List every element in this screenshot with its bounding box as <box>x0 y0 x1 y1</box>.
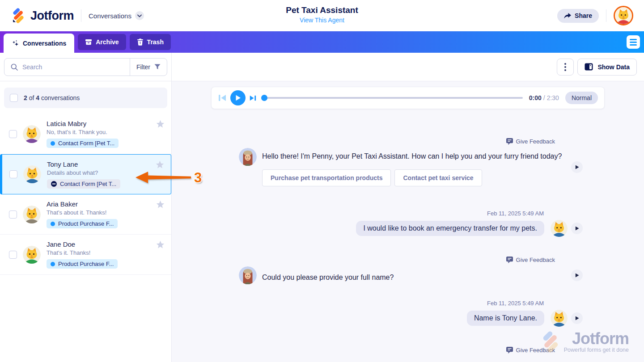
filter-button[interactable]: Filter <box>130 59 167 76</box>
share-button[interactable]: Share <box>557 9 599 23</box>
conversation-item-aria-baker[interactable]: Aria Baker That's about it. Thanks! Prod… <box>0 194 171 235</box>
sparkles-icon <box>12 39 19 47</box>
selection-summary: 2 of 4 conversations <box>4 88 167 108</box>
conversation-item-jane-doe[interactable]: Jane Doe That's it. Thanks! Product Purc… <box>0 235 171 275</box>
give-feedback-button[interactable]: Give Feedback <box>506 138 555 145</box>
conversation-name: Laticia Mabry <box>47 120 166 127</box>
selection-summary-text: 2 of 4 conversations <box>24 94 80 101</box>
user-chat-avatar <box>551 220 568 237</box>
conversation-form-badge: Contact Form [Pet T... <box>47 179 120 189</box>
conversation-checkbox[interactable] <box>9 251 17 259</box>
header-divider <box>606 9 606 22</box>
time-display: 0:00/2:30 <box>529 94 559 101</box>
conversation-name: Jane Doe <box>47 240 166 248</box>
feedback-icon <box>506 138 513 145</box>
star-icon[interactable] <box>156 200 165 211</box>
contact-avatar <box>23 125 41 143</box>
conversation-item-tony-lane[interactable]: Tony Lane Details about what? Contact Fo… <box>0 154 171 194</box>
form-dot-icon <box>51 262 55 266</box>
assistant-message-text: Could you please provide your full name? <box>262 269 571 282</box>
chat-area: 0:00/2:30 Normal Give Feedback Hello the… <box>172 81 644 362</box>
play-button[interactable] <box>230 90 246 105</box>
jotform-watermark-icon <box>540 331 561 353</box>
play-message-button[interactable] <box>571 161 583 173</box>
previous-track-button[interactable] <box>218 94 227 102</box>
play-icon <box>575 316 579 320</box>
tab-conversations-label: Conversations <box>23 40 66 47</box>
show-data-button[interactable]: Show Data <box>577 59 637 76</box>
select-all-checkbox[interactable] <box>10 94 18 102</box>
kebab-icon <box>564 63 566 65</box>
jotform-watermark: Jotform Powerful forms get it done <box>540 331 629 353</box>
play-message-button[interactable] <box>571 269 583 281</box>
view-agent-link[interactable]: View This Agent <box>300 17 344 24</box>
suggestion-purchase-products[interactable]: Purchase pet transportation products <box>262 169 391 186</box>
conversations-dropdown[interactable]: Conversations <box>89 11 144 20</box>
conversation-body: Aria Baker That's about it. Thanks! Prod… <box>47 200 166 228</box>
search-input[interactable] <box>22 63 130 71</box>
menu-button[interactable] <box>627 35 640 49</box>
assistant-message-content: Hello there! I'm Penny, your Pet Taxi As… <box>257 148 571 186</box>
seek-knob[interactable] <box>261 95 267 101</box>
user-message-block: Name is Tony Lane. <box>172 310 583 327</box>
jotform-logo[interactable]: Jotform <box>11 8 74 23</box>
conversation-form-badge: Product Purchase F... <box>47 259 118 269</box>
tab-bar: Conversations Archive Trash <box>0 31 644 53</box>
feedback-icon <box>506 347 513 354</box>
contact-avatar <box>23 246 41 264</box>
tab-conversations[interactable]: Conversations <box>4 34 74 53</box>
assistant-message-text: Hello there! I'm Penny, your Pet Taxi As… <box>262 148 571 160</box>
main-toolbar: Show Data <box>172 53 644 81</box>
seek-slider[interactable] <box>261 97 523 99</box>
archive-icon <box>85 38 92 46</box>
play-icon <box>575 165 579 169</box>
star-icon[interactable] <box>156 119 165 130</box>
message-timestamp: Feb 11, 2025 5:49 AM <box>172 300 544 307</box>
header-right: Share <box>557 6 633 25</box>
play-icon <box>235 95 241 101</box>
conversation-checkbox[interactable] <box>9 130 17 138</box>
share-icon <box>564 13 571 19</box>
conversation-name: Tony Lane <box>47 160 165 168</box>
conversations-sidebar: Filter 2 of 4 conversations Laticia Mabr… <box>0 53 172 362</box>
play-message-button[interactable] <box>571 223 583 234</box>
assistant-message-block: Hello there! I'm Penny, your Pet Taxi As… <box>239 148 583 186</box>
give-feedback-label: Give Feedback <box>516 138 555 145</box>
form-dot-icon <box>51 141 55 146</box>
content-area: Filter 2 of 4 conversations Laticia Mabr… <box>0 53 644 362</box>
message-timestamp: Feb 11, 2025 5:49 AM <box>172 210 544 217</box>
cat-avatar-icon <box>615 7 632 24</box>
feedback-icon <box>506 257 513 263</box>
header-divider <box>81 9 81 22</box>
share-button-label: Share <box>575 12 592 19</box>
contact-avatar <box>23 206 41 223</box>
more-options-button[interactable] <box>557 59 574 76</box>
agent-avatar <box>239 148 257 166</box>
give-feedback-button[interactable]: Give Feedback <box>506 256 555 263</box>
agent-badge-icon <box>51 181 57 187</box>
suggestion-contact-service[interactable]: Contact pet taxi service <box>394 169 482 186</box>
conversation-form-badge: Contact Form [Pet T... <box>47 139 119 148</box>
next-track-button[interactable] <box>249 95 257 101</box>
user-avatar[interactable] <box>614 6 633 25</box>
conversation-checkbox[interactable] <box>9 210 17 219</box>
play-message-button[interactable] <box>571 312 583 324</box>
tab-trash[interactable]: Trash <box>130 34 171 50</box>
conversation-item-laticia-mabry[interactable]: Laticia Mabry No, that's it. Thank you. … <box>0 114 171 154</box>
tab-trash-label: Trash <box>147 38 164 46</box>
user-message-bubble: I would like to book an emergency transf… <box>356 221 544 236</box>
audio-player: 0:00/2:30 Normal <box>211 87 605 109</box>
playback-speed-badge[interactable]: Normal <box>565 92 598 104</box>
star-icon[interactable] <box>156 240 165 251</box>
conversation-checkbox[interactable] <box>9 170 17 178</box>
watermark-brand: Jotform <box>572 331 629 346</box>
filter-funnel-icon <box>154 64 161 70</box>
tab-archive[interactable]: Archive <box>78 34 126 50</box>
search-icon <box>11 63 18 71</box>
next-track-icon <box>249 95 257 101</box>
star-icon[interactable] <box>155 160 165 171</box>
hamburger-icon <box>630 39 637 40</box>
conversation-form-badge: Product Purchase F... <box>47 219 118 228</box>
chevron-down-icon <box>135 11 144 20</box>
user-message-block: I would like to book an emergency transf… <box>172 220 583 237</box>
